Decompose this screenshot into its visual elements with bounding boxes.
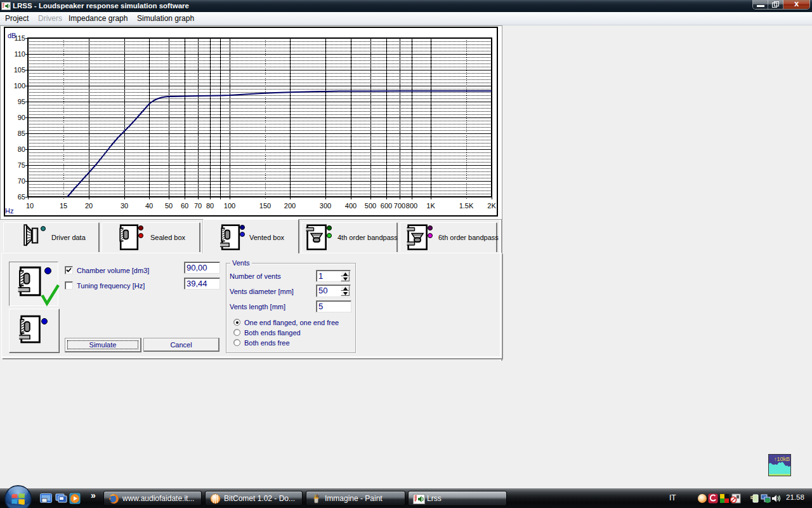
svg-text:150: 150 (259, 202, 271, 210)
svg-text:85: 85 (18, 130, 25, 137)
svg-text:700: 700 (394, 202, 405, 210)
svg-text:800: 800 (406, 202, 417, 210)
svg-text:1K: 1K (426, 202, 435, 210)
svg-text:100: 100 (14, 82, 25, 90)
svg-text:95: 95 (18, 98, 25, 105)
svg-text:400: 400 (345, 202, 357, 210)
svg-text:dB: dB (8, 32, 16, 39)
svg-text:60: 60 (181, 202, 188, 210)
svg-text:90: 90 (18, 114, 25, 121)
svg-text:80: 80 (18, 145, 25, 153)
svg-text:50: 50 (165, 202, 173, 210)
svg-text:75: 75 (18, 161, 25, 169)
svg-text:70: 70 (18, 177, 25, 185)
svg-text:10: 10 (26, 202, 34, 210)
svg-text:600: 600 (381, 202, 392, 210)
svg-text:300: 300 (320, 202, 331, 210)
svg-text:200: 200 (284, 202, 296, 210)
svg-text:80: 80 (206, 202, 214, 210)
svg-text:70: 70 (194, 202, 202, 210)
svg-text:Hz: Hz (5, 207, 13, 215)
svg-text:110: 110 (14, 50, 25, 58)
svg-text:100: 100 (224, 202, 235, 210)
svg-text:30: 30 (121, 202, 128, 210)
svg-text:40: 40 (145, 202, 153, 210)
svg-text:20: 20 (85, 202, 93, 210)
svg-text:105: 105 (14, 66, 25, 74)
svg-text:65: 65 (18, 193, 25, 201)
svg-text:2K: 2K (487, 202, 496, 210)
svg-text:1.5K: 1.5K (459, 202, 474, 210)
svg-text:↑10kB: ↑10kB (774, 456, 790, 462)
svg-text:500: 500 (365, 202, 376, 210)
svg-text:15: 15 (60, 202, 67, 210)
